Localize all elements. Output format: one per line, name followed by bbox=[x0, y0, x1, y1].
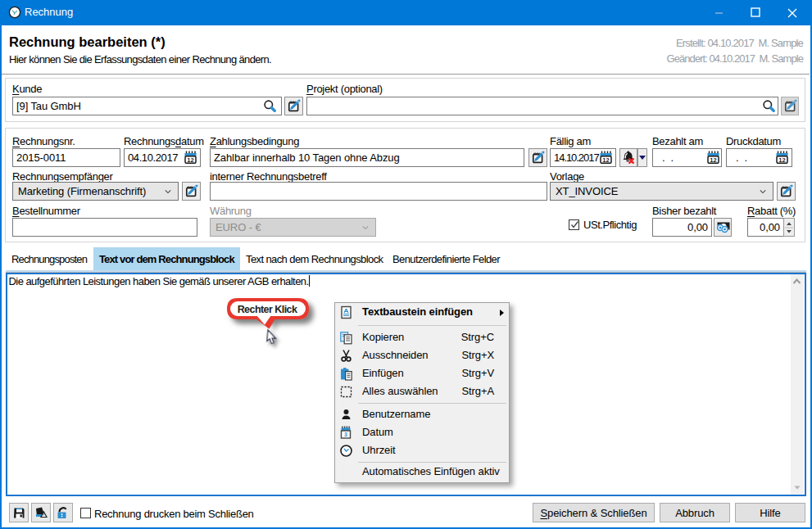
svg-text:3: 3 bbox=[344, 432, 347, 437]
svg-text:Rechter Klick: Rechter Klick bbox=[238, 304, 297, 315]
